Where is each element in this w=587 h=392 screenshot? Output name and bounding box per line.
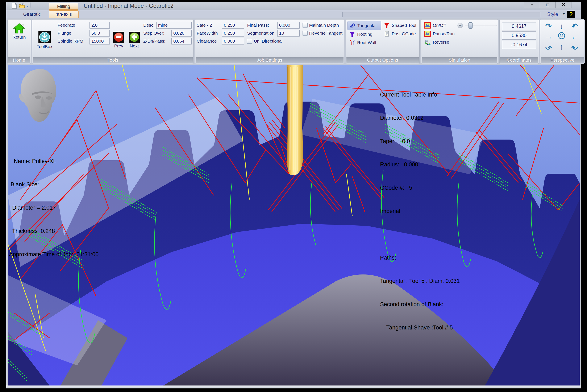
minus-sphere-icon [113, 32, 124, 42]
slider-track[interactable] [465, 25, 497, 26]
feedrate-field[interactable]: 2.0 [90, 22, 110, 28]
style-menu[interactable]: Style [547, 10, 558, 18]
rooting-button[interactable]: Rooting [348, 30, 381, 38]
maintaindepth-checkbox[interactable] [303, 23, 308, 28]
ribbon-search-bar[interactable] [343, 12, 540, 18]
tab-4th-axis[interactable]: 4th-axis [49, 10, 79, 18]
rotate-ccw-icon[interactable]: ↶ [571, 22, 578, 31]
finalpass-field[interactable]: 0.000 [277, 22, 300, 28]
postgcode-label: Post GCode [392, 31, 416, 36]
viewport-frame: Name: Pulley-XL Blank Size: Diameter = 2… [6, 65, 581, 386]
group-simulation: On/Off Pause/Run ab a c R [421, 19, 498, 64]
spindle-rpm-label: Spindle RPM [58, 38, 83, 44]
sim-speed-slider: − + [457, 21, 504, 30]
slider-thumb[interactable] [468, 22, 472, 28]
pan-left-icon[interactable]: ← [571, 32, 578, 41]
titlebar: » Milling Untitled - Imperial Mode - Gea… [6, 2, 581, 10]
facewidth-field[interactable]: 0.250 [222, 30, 244, 36]
sim-pauserun-icon [424, 31, 431, 37]
next-label: Next [130, 44, 139, 48]
minimize-button[interactable]: − [524, 2, 540, 8]
slider-minus-button[interactable]: − [457, 23, 463, 28]
shapedtool-button[interactable]: Shaped Tool [382, 21, 418, 30]
group-perspective: ↷ ↓ ↶ → ← ↷ ↑ ↶ Perspective [540, 19, 585, 64]
safez-field[interactable]: 0.250 [222, 22, 244, 28]
plus-sphere-icon [129, 32, 140, 42]
pan-right-icon[interactable]: → [545, 32, 552, 41]
group-caption-home: Home [8, 57, 30, 63]
toolbox-label: ToolBox [37, 44, 53, 49]
head-model [14, 68, 64, 122]
svg-text:ab: ab [425, 39, 428, 42]
coordinate-x-field: 0.4617 [502, 22, 536, 30]
tangental-label: Tangental [357, 23, 377, 28]
sim-reverse-button[interactable]: ab a c Reverse [423, 38, 456, 46]
plunge-label: Plunge [58, 31, 71, 36]
sim-onoff-button[interactable]: On/Off [423, 21, 456, 30]
new-document-icon[interactable] [12, 3, 17, 9]
tab-gearotic[interactable]: Gearotic [17, 10, 47, 18]
ribbon-tab-row: Gearotic 4th-axis Style ▾ ? [6, 10, 581, 18]
pan-down-icon[interactable]: ↓ [560, 22, 564, 31]
shaped-tool-icon [384, 22, 390, 28]
group-caption-perspective: Perspective [541, 57, 584, 63]
plunge-field[interactable]: 50.0 [90, 30, 110, 36]
prev-tool-button[interactable]: Prev [112, 23, 125, 57]
toolbar-overflow-icon[interactable]: » [27, 4, 28, 8]
return-label: Return [13, 35, 26, 40]
tool-table-info-text: Current Tool Table Info Diameter: 0.0312… [380, 75, 460, 347]
next-tool-button[interactable]: Next [128, 23, 141, 57]
toolbox-button[interactable]: ToolBox [34, 23, 55, 57]
svg-text:c: c [429, 42, 430, 45]
blank-info-text: Name: Pulley-XL Blank Size: Diameter = 2… [9, 142, 99, 274]
window-controls: − □ ✕ [524, 2, 571, 8]
status-strip [6, 386, 581, 388]
slider-tick [485, 24, 485, 27]
close-button[interactable]: ✕ [555, 2, 571, 8]
postgcode-button[interactable]: Post GCode [382, 30, 418, 38]
rootwall-button[interactable]: Root Wall [348, 38, 381, 47]
sim-onoff-icon [424, 22, 431, 28]
group-tools: ToolBox Feedrate 2.0 Plunge 50.0 Spindle… [32, 19, 193, 64]
reversetangent-checkbox[interactable] [303, 31, 308, 36]
reset-view-icon[interactable] [557, 32, 565, 42]
app-window: » Milling Untitled - Imperial Mode - Gea… [6, 2, 581, 388]
maintaindepth-label: Maintain Depth [309, 23, 339, 28]
context-tab-milling[interactable]: Milling [49, 3, 78, 10]
return-button[interactable]: Return [9, 23, 29, 40]
open-folder-icon[interactable] [19, 3, 25, 8]
maximize-button[interactable]: □ [540, 2, 555, 8]
desc-field[interactable]: mine [156, 22, 192, 28]
chevron-down-icon[interactable]: ▾ [563, 10, 565, 18]
unidirectional-checkbox[interactable] [247, 38, 252, 44]
group-caption-coordinates: Coordinates [500, 57, 538, 63]
group-caption-simulation: Simulation [422, 57, 497, 63]
sim-reverse-label: Reverse [433, 40, 449, 45]
sim-pauserun-button[interactable]: Pause/Run [423, 30, 456, 38]
tangental-button[interactable]: Tangental [348, 21, 381, 30]
rotate-cw-icon[interactable]: ↷ [545, 22, 552, 31]
home-icon [13, 23, 25, 34]
help-button[interactable]: ? [567, 11, 575, 18]
desc-label: Desc: [143, 23, 155, 28]
segmentation-field[interactable]: 10 [277, 30, 300, 36]
rootwall-label: Root Wall [357, 40, 376, 45]
stepover-field[interactable]: 0.020 [171, 30, 192, 36]
feedrate-label: Feedrate [58, 23, 75, 28]
clearance-field[interactable]: 0.000 [222, 38, 244, 44]
rotate-cw-up-icon[interactable]: ↷ [545, 42, 552, 52]
quick-access-toolbar: » [9, 2, 31, 10]
finalpass-label: Final Pass: [247, 23, 269, 28]
shapedtool-label: Shaped Tool [392, 23, 416, 28]
spindle-rpm-field[interactable]: 15000 [90, 38, 110, 44]
sim-reverse-icon: ab a c [424, 39, 431, 45]
coordinate-y-field: 0.9530 [502, 32, 536, 40]
zdnpass-field[interactable]: 0.064 [171, 38, 192, 44]
ribbon: Return Home ToolBox Feedrate 2.0 [6, 18, 581, 65]
facewidth-label: FaceWidth [197, 31, 218, 36]
rooting-icon [349, 31, 355, 37]
prev-label: Prev [114, 44, 123, 48]
coordinate-z-field: -0.1674 [502, 41, 536, 49]
pan-up-icon[interactable]: ↑ [560, 42, 564, 52]
rotate-ccw-up-icon[interactable]: ↶ [571, 42, 578, 52]
